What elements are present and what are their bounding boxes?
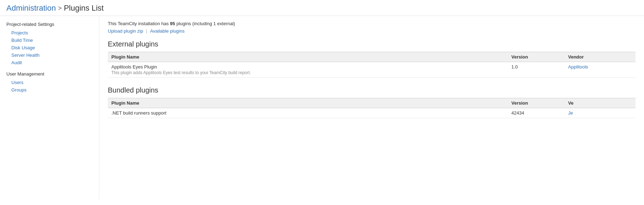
bundled-col-name: Plugin Name	[108, 98, 508, 108]
external-plugin-name: Applitools Eyes Plugin	[111, 64, 504, 70]
sidebar-item-groups[interactable]: Groups	[6, 86, 99, 94]
external-plugins-heading: External plugins	[108, 40, 635, 48]
action-links: Upload plugin zip | Available plugins	[108, 28, 635, 34]
upload-plugin-link[interactable]: Upload plugin zip	[108, 28, 143, 34]
sidebar-item-users[interactable]: Users	[6, 79, 99, 86]
bundled-col-version: Version	[508, 98, 565, 108]
external-col-vendor: Vendor	[565, 52, 635, 62]
table-row: Applitools Eyes Plugin This plugin adds …	[108, 62, 635, 78]
bundled-plugin-version: 42434	[508, 108, 565, 118]
bundled-plugins-heading: Bundled plugins	[108, 86, 635, 94]
external-plugins-table: Plugin Name Version Vendor Applitools Ey…	[108, 52, 635, 78]
page-title: Plugins List	[64, 4, 104, 13]
link-separator: |	[146, 28, 147, 34]
available-plugins-link[interactable]: Available plugins	[150, 28, 184, 34]
info-suffix: plugins (including 1 external)	[175, 21, 235, 26]
sidebar-section-user-management: User Management	[6, 71, 99, 77]
breadcrumb-admin-link[interactable]: Administration	[6, 4, 56, 13]
bundled-plugin-name-cell: .NET build runners support	[108, 108, 508, 118]
bundled-plugin-name: .NET build runners support	[111, 110, 504, 116]
sidebar-item-audit[interactable]: Audit	[6, 59, 99, 66]
external-plugin-vendor-cell: Applitools	[565, 62, 635, 78]
external-col-name: Plugin Name	[108, 52, 508, 62]
sidebar-item-disk-usage[interactable]: Disk Usage	[6, 44, 99, 51]
plugin-count: 95	[170, 21, 175, 26]
sidebar: Project-related Settings Projects Build …	[0, 16, 99, 200]
external-plugin-version: 1.0	[508, 62, 565, 78]
breadcrumb-separator: >	[58, 5, 62, 12]
plugin-count-info: This TeamCity installation has 95 plugin…	[108, 21, 635, 26]
sidebar-item-server-health[interactable]: Server Health	[6, 51, 99, 59]
bundled-plugin-vendor-cell: Je	[565, 108, 635, 118]
external-plugin-name-cell: Applitools Eyes Plugin This plugin adds …	[108, 62, 508, 78]
external-table-header-row: Plugin Name Version Vendor	[108, 52, 635, 62]
external-plugin-vendor-link[interactable]: Applitools	[568, 64, 588, 70]
external-plugin-description: This plugin adds Applitools Eyes test re…	[111, 70, 504, 75]
table-row: .NET build runners support 42434 Je	[108, 108, 635, 118]
bundled-table-header-row: Plugin Name Version Ve	[108, 98, 635, 108]
sidebar-section-project-settings: Project-related Settings	[6, 22, 99, 27]
content-wrapper: Project-related Settings Projects Build …	[0, 16, 644, 200]
bundled-plugin-vendor-link[interactable]: Je	[568, 110, 573, 116]
sidebar-item-build-time[interactable]: Build Time	[6, 37, 99, 44]
sidebar-item-projects[interactable]: Projects	[6, 29, 99, 37]
breadcrumb: Administration > Plugins List	[0, 0, 644, 16]
main-content: This TeamCity installation has 95 plugin…	[99, 16, 644, 200]
info-prefix: This TeamCity installation has	[108, 21, 170, 26]
bundled-plugins-table: Plugin Name Version Ve .NET build runner…	[108, 98, 635, 118]
bundled-col-vendor: Ve	[565, 98, 635, 108]
external-col-version: Version	[508, 52, 565, 62]
